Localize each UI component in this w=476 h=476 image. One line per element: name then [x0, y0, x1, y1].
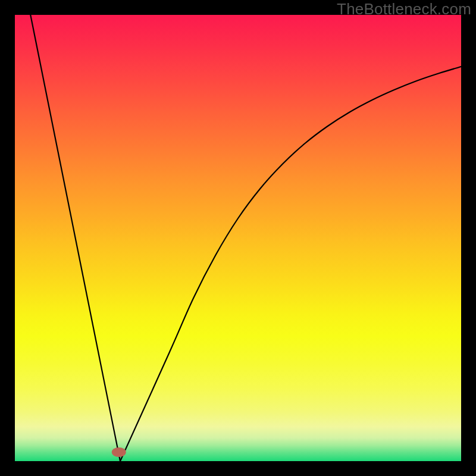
chart-container: TheBottleneck.com	[0, 0, 476, 476]
bottleneck-chart	[0, 0, 476, 476]
watermark-text: TheBottleneck.com	[337, 0, 471, 18]
svg-rect-1	[15, 15, 461, 461]
optimal-point-marker	[112, 447, 126, 457]
